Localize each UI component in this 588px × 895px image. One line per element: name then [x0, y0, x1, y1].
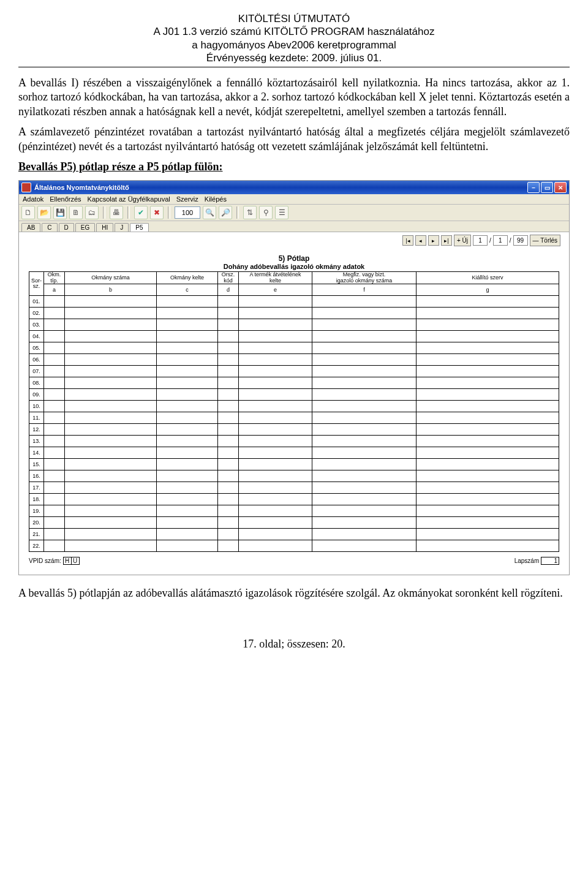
cell[interactable] — [44, 540, 65, 552]
cell[interactable] — [218, 482, 239, 494]
cell[interactable] — [65, 366, 157, 377]
tab-p5[interactable]: P5 — [130, 223, 148, 232]
tab-eg[interactable]: EG — [75, 223, 95, 232]
cell[interactable] — [44, 424, 65, 436]
cell[interactable] — [157, 436, 218, 447]
cell[interactable] — [44, 436, 65, 447]
cell[interactable] — [417, 319, 559, 331]
open-icon[interactable]: 📂 — [37, 206, 51, 219]
x-icon[interactable]: ✖ — [150, 206, 164, 219]
cell[interactable] — [239, 342, 312, 354]
tool-c-icon[interactable]: ☰ — [275, 206, 288, 219]
cell[interactable] — [312, 389, 417, 401]
cell[interactable] — [312, 401, 417, 412]
cell[interactable] — [312, 308, 417, 319]
cell[interactable] — [239, 424, 312, 436]
cell[interactable] — [65, 482, 157, 494]
pg-add-button[interactable]: + Új — [454, 235, 471, 246]
cell[interactable] — [44, 331, 65, 342]
tab-j[interactable]: J — [115, 223, 129, 232]
check-icon[interactable]: ✔ — [134, 206, 148, 219]
cell[interactable] — [312, 377, 417, 389]
folder-icon[interactable]: 🗂 — [85, 206, 99, 219]
cell[interactable] — [239, 482, 312, 494]
cell[interactable] — [65, 377, 157, 389]
cell[interactable] — [218, 436, 239, 447]
cell[interactable] — [218, 505, 239, 517]
cell[interactable] — [157, 354, 218, 366]
cell[interactable] — [239, 308, 312, 319]
menu-kapcsolat[interactable]: Kapcsolat az Ügyfélkapuval — [88, 195, 170, 203]
cell[interactable] — [157, 377, 218, 389]
cell[interactable] — [65, 389, 157, 401]
cell[interactable] — [157, 505, 218, 517]
cell[interactable] — [239, 459, 312, 470]
cell[interactable] — [65, 505, 157, 517]
cell[interactable] — [44, 494, 65, 505]
cell[interactable] — [312, 470, 417, 482]
cell[interactable] — [65, 494, 157, 505]
cell[interactable] — [417, 401, 559, 412]
cell[interactable] — [312, 354, 417, 366]
cell[interactable] — [218, 447, 239, 459]
cell[interactable] — [239, 529, 312, 540]
cell[interactable] — [218, 366, 239, 377]
cell[interactable] — [65, 342, 157, 354]
cell[interactable] — [239, 505, 312, 517]
cell[interactable] — [157, 366, 218, 377]
cell[interactable] — [218, 470, 239, 482]
cell[interactable] — [312, 331, 417, 342]
tab-d[interactable]: D — [59, 223, 74, 232]
cell[interactable] — [239, 296, 312, 308]
cell[interactable] — [417, 436, 559, 447]
pg-next-icon[interactable]: ▸ — [428, 235, 439, 246]
cell[interactable] — [417, 529, 559, 540]
cell[interactable] — [417, 424, 559, 436]
cell[interactable] — [65, 436, 157, 447]
cell[interactable] — [312, 505, 417, 517]
cell[interactable] — [312, 540, 417, 552]
pg-first-icon[interactable]: |◂ — [402, 235, 413, 246]
cell[interactable] — [239, 319, 312, 331]
cell[interactable] — [218, 494, 239, 505]
cell[interactable] — [65, 354, 157, 366]
cell[interactable] — [157, 342, 218, 354]
pg-prev-icon[interactable]: ◂ — [415, 235, 426, 246]
cell[interactable] — [65, 459, 157, 470]
cell[interactable] — [312, 447, 417, 459]
cell[interactable] — [44, 401, 65, 412]
cell[interactable] — [312, 296, 417, 308]
cell[interactable] — [312, 319, 417, 331]
doc-icon[interactable]: 🗎 — [69, 206, 83, 219]
cell[interactable] — [157, 459, 218, 470]
cell[interactable] — [417, 447, 559, 459]
cell[interactable] — [218, 389, 239, 401]
cell[interactable] — [157, 331, 218, 342]
cell[interactable] — [417, 354, 559, 366]
cell[interactable] — [312, 459, 417, 470]
cell[interactable] — [65, 308, 157, 319]
cell[interactable] — [218, 424, 239, 436]
cell[interactable] — [417, 342, 559, 354]
cell[interactable] — [312, 412, 417, 424]
cell[interactable] — [44, 319, 65, 331]
cell[interactable] — [417, 540, 559, 552]
cell[interactable] — [218, 529, 239, 540]
zoom-field[interactable]: 100 — [175, 206, 200, 219]
zoom-out-icon[interactable]: 🔍 — [203, 206, 216, 219]
cell[interactable] — [312, 482, 417, 494]
cell[interactable] — [312, 494, 417, 505]
cell[interactable] — [312, 342, 417, 354]
cell[interactable] — [417, 482, 559, 494]
cell[interactable] — [417, 494, 559, 505]
cell[interactable] — [157, 494, 218, 505]
cell[interactable] — [157, 424, 218, 436]
cell[interactable] — [157, 389, 218, 401]
cell[interactable] — [239, 331, 312, 342]
cell[interactable] — [239, 401, 312, 412]
cell[interactable] — [239, 470, 312, 482]
menu-adatok[interactable]: Adatok — [23, 195, 43, 203]
cell[interactable] — [157, 401, 218, 412]
cell[interactable] — [157, 319, 218, 331]
cell[interactable] — [44, 447, 65, 459]
